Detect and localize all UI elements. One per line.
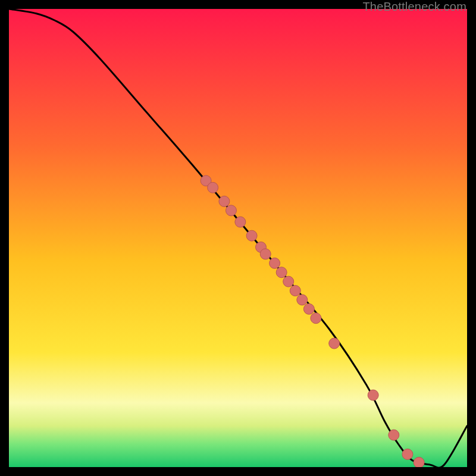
watermark-label: TheBottleneck.com xyxy=(362,0,466,14)
chart-container: TheBottleneck.com xyxy=(0,0,476,476)
gradient-background xyxy=(9,9,467,467)
svg-rect-0 xyxy=(9,9,467,467)
plot-area xyxy=(9,9,467,467)
